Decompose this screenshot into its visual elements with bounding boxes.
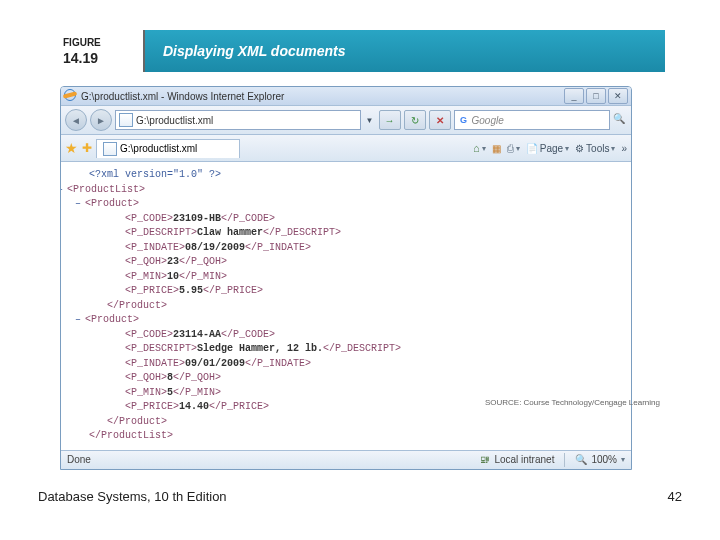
page-menu[interactable]: 📄Page▾ <box>526 143 569 154</box>
status-done: Done <box>67 454 91 465</box>
home-button[interactable]: ⌂▾ <box>473 142 486 154</box>
favorites-icon[interactable]: ★ <box>65 140 78 156</box>
feeds-button[interactable]: ▦ <box>492 143 501 154</box>
home-icon: ⌂ <box>473 142 480 154</box>
minimize-button[interactable]: _ <box>564 88 584 104</box>
print-button[interactable]: ⎙▾ <box>507 142 520 154</box>
go-arrow-icon: → <box>385 115 395 126</box>
forward-button[interactable]: ► <box>90 109 112 131</box>
window-title: G:\productlist.xml - Windows Internet Ex… <box>81 91 564 102</box>
window-controls: _ □ ✕ <box>564 88 628 104</box>
address-text: G:\productlist.xml <box>136 115 213 126</box>
figure-number: 14.19 <box>63 50 143 66</box>
browser-tab[interactable]: G:\productlist.xml <box>96 139 240 158</box>
xml-tag: <Product> <box>85 314 139 325</box>
refresh-button[interactable]: ↻ <box>404 110 426 130</box>
figure-label: FIGURE 14.19 <box>55 30 145 72</box>
address-bar[interactable]: G:\productlist.xml <box>115 110 361 130</box>
page-icon <box>119 113 133 127</box>
feeds-icon: ▦ <box>492 143 501 154</box>
search-placeholder: Google <box>472 115 504 126</box>
figure-title-bar: Displaying XML documents <box>145 30 665 72</box>
close-button[interactable]: ✕ <box>608 88 628 104</box>
search-button[interactable]: 🔍 <box>613 113 627 127</box>
figure-title: Displaying XML documents <box>163 43 346 59</box>
xml-tag: <Product> <box>85 198 139 209</box>
collapse-icon[interactable]: – <box>60 184 63 195</box>
navigation-bar: ◄ ► G:\productlist.xml ▼ → ↻ ✕ G Google … <box>61 106 631 135</box>
zoom-level: 100% <box>591 454 617 465</box>
xml-tag: </Product> <box>107 300 167 311</box>
ie-icon <box>64 89 78 103</box>
stop-icon: ✕ <box>436 115 444 126</box>
print-icon: ⎙ <box>507 142 514 154</box>
tab-label: G:\productlist.xml <box>120 143 197 154</box>
zone-icon: 🖳 <box>480 454 490 465</box>
status-bar: Done 🖳 Local intranet 🔍 100% ▾ <box>61 450 631 469</box>
refresh-icon: ↻ <box>411 115 419 126</box>
tools-icon: ⚙ <box>575 143 584 154</box>
add-favorite-icon[interactable]: ✚ <box>82 141 92 155</box>
toolbar-right: ⌂▾ ▦ ⎙▾ 📄Page▾ ⚙Tools▾ » <box>473 142 627 154</box>
page-number: 42 <box>668 489 682 504</box>
figure-word: FIGURE <box>63 37 143 48</box>
ie-window: G:\productlist.xml - Windows Internet Ex… <box>60 86 632 470</box>
stop-button[interactable]: ✕ <box>429 110 451 130</box>
xml-tag: <ProductList> <box>67 184 145 195</box>
expand-chevron-icon[interactable]: » <box>621 143 627 154</box>
restore-button[interactable]: □ <box>586 88 606 104</box>
zoom-dropdown-icon[interactable]: ▾ <box>621 455 625 464</box>
favorites-bar: ★ ✚ G:\productlist.xml ⌂▾ ▦ ⎙▾ 📄Page▾ ⚙T… <box>61 135 631 162</box>
titlebar: G:\productlist.xml - Windows Internet Ex… <box>61 87 631 106</box>
xml-tag: </Product> <box>107 416 167 427</box>
xml-declaration: <?xml version="1.0" ?> <box>89 169 221 180</box>
collapse-icon[interactable]: – <box>75 198 81 209</box>
security-zone: Local intranet <box>494 454 554 465</box>
figure-header: FIGURE 14.19 Displaying XML documents <box>55 30 665 72</box>
address-dropdown-icon[interactable]: ▼ <box>364 116 376 125</box>
zoom-icon: 🔍 <box>575 454 587 465</box>
page-menu-icon: 📄 <box>526 143 538 154</box>
tools-menu[interactable]: ⚙Tools▾ <box>575 143 615 154</box>
google-icon: G <box>458 114 470 126</box>
go-button[interactable]: → <box>379 110 401 130</box>
collapse-icon[interactable]: – <box>75 314 81 325</box>
xml-tag: </ProductList> <box>89 430 173 441</box>
back-button[interactable]: ◄ <box>65 109 87 131</box>
tab-page-icon <box>103 142 117 156</box>
source-credit: SOURCE: Course Technology/Cengage Learni… <box>485 398 660 407</box>
search-box[interactable]: G Google <box>454 110 610 130</box>
footer-book-title: Database Systems, 10 th Edition <box>38 489 227 504</box>
